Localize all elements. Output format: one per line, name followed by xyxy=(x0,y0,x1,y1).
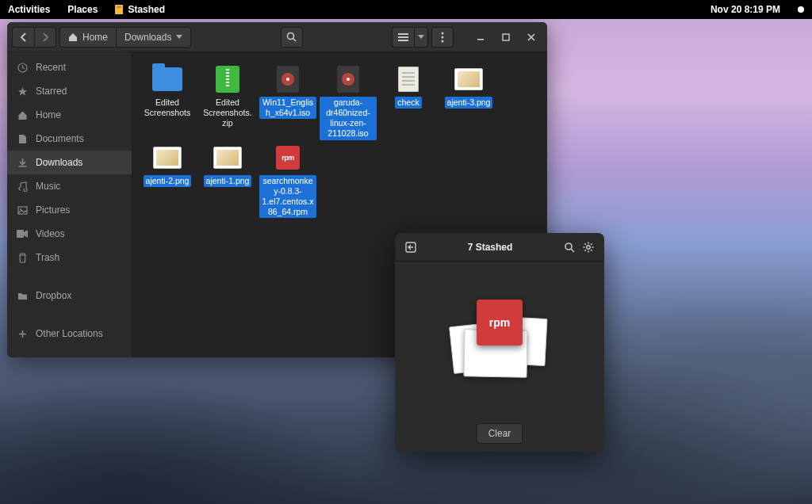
sidebar-item-pictures[interactable]: Pictures xyxy=(7,198,132,222)
stash-header: 7 Stashed xyxy=(395,233,604,262)
sidebar-item-label: Music xyxy=(36,181,60,192)
file-item[interactable]: Edited Screenshots.zip xyxy=(199,65,256,140)
clock[interactable]: Nov 20 8:19 PM xyxy=(710,4,780,15)
download-icon xyxy=(17,158,28,168)
file-name-label: garuda-dr460nized-linux-zen-211028.iso xyxy=(320,97,377,140)
svg-rect-9 xyxy=(503,34,509,40)
sidebar-item-downloads[interactable]: Downloads xyxy=(7,151,132,174)
svg-point-17 xyxy=(587,245,590,248)
file-item[interactable]: Edited Screenshots xyxy=(139,65,196,140)
sidebar-item-label: Trash xyxy=(36,252,59,263)
system-status-area[interactable] xyxy=(798,6,804,13)
files-header-bar: Home Downloads xyxy=(7,22,547,52)
trash-icon xyxy=(17,253,28,263)
sidebar-item-recent[interactable]: Recent xyxy=(7,55,132,79)
view-options-button[interactable] xyxy=(414,27,428,48)
eject-icon xyxy=(404,241,417,254)
music-icon xyxy=(17,181,28,192)
sidebar-item-label: Downloads xyxy=(36,157,82,168)
home-icon xyxy=(17,110,28,120)
minimize-button[interactable] xyxy=(469,27,492,48)
file-item[interactable]: check xyxy=(380,65,437,140)
file-name-label: Win11_English_x64v1.iso xyxy=(259,97,316,119)
stash-preview-rpm: rpm xyxy=(477,300,523,346)
sidebar-item-label: Dropbox xyxy=(36,290,71,301)
minimize-icon xyxy=(477,33,485,41)
rpm-label: rpm xyxy=(489,316,510,329)
file-item[interactable]: ajenti-2.png xyxy=(139,143,196,219)
file-item[interactable]: Win11_English_x64v1.iso xyxy=(259,65,316,140)
maximize-icon xyxy=(502,33,510,41)
close-icon xyxy=(527,33,535,41)
stash-preview-stack: rpm xyxy=(448,295,551,382)
file-item[interactable]: garuda-dr460nized-linux-zen-211028.iso xyxy=(320,65,377,140)
path-current[interactable]: Downloads xyxy=(116,27,191,48)
svg-rect-11 xyxy=(18,207,27,214)
sidebar-item-documents[interactable]: Documents xyxy=(7,127,132,151)
svg-line-1 xyxy=(293,39,297,42)
search-button[interactable] xyxy=(281,27,303,48)
stash-pop-button[interactable] xyxy=(401,238,420,257)
activities-button[interactable]: Activities xyxy=(8,4,50,15)
sidebar-item-trash[interactable]: Trash xyxy=(7,246,132,269)
star-icon xyxy=(17,86,28,97)
path-home[interactable]: Home xyxy=(59,27,116,48)
svg-rect-8 xyxy=(477,39,484,40)
iso-icon xyxy=(332,65,364,94)
sidebar-item-label: Other Locations xyxy=(36,328,103,339)
sidebar-item-label: Starred xyxy=(36,86,67,97)
svg-rect-3 xyxy=(398,36,408,38)
zip-icon xyxy=(212,65,243,94)
file-name-label: Edited Screenshots.zip xyxy=(199,97,256,129)
forward-button[interactable] xyxy=(34,27,56,48)
video-icon xyxy=(17,230,28,238)
kebab-icon xyxy=(441,32,444,43)
image-icon xyxy=(212,143,243,172)
file-name-label: searchmonkey-0.8.3-1.el7.centos.x86_64.r… xyxy=(259,175,316,219)
text-icon xyxy=(393,65,424,94)
sidebar-item-starred[interactable]: Starred xyxy=(7,79,132,103)
stash-window: 7 Stashed rpm Clear xyxy=(395,233,604,452)
svg-rect-2 xyxy=(398,33,408,35)
clock-icon xyxy=(17,63,28,73)
svg-point-5 xyxy=(442,32,444,34)
file-item[interactable]: rpmsearchmonkey-0.8.3-1.el7.centos.x86_6… xyxy=(259,143,316,219)
iso-icon xyxy=(272,65,304,94)
stash-title: 7 Stashed xyxy=(420,242,560,253)
files-icon-grid: Edited ScreenshotsEdited Screenshots.zip… xyxy=(139,65,541,218)
file-name-label: ajenti-2.png xyxy=(144,175,192,187)
chevron-down-icon xyxy=(176,35,182,39)
svg-point-6 xyxy=(442,36,444,38)
file-item[interactable]: ajenti-1.png xyxy=(199,143,256,219)
sidebar-item-home[interactable]: Home xyxy=(7,103,132,127)
view-mode-button[interactable] xyxy=(392,27,414,48)
stash-icon xyxy=(115,5,123,14)
plus-icon xyxy=(17,330,28,338)
file-name-label: check xyxy=(395,97,421,109)
stashed-indicator[interactable]: Stashed xyxy=(115,4,165,15)
search-icon xyxy=(286,32,297,42)
file-name-label: Edited Screenshots xyxy=(139,97,196,119)
back-button[interactable] xyxy=(12,27,34,48)
sidebar-item-dropbox[interactable]: Dropbox xyxy=(7,284,132,307)
files-sidebar: RecentStarredHomeDocumentsDownloadsMusic… xyxy=(7,52,132,357)
stash-settings-button[interactable] xyxy=(579,238,598,257)
svg-point-0 xyxy=(288,33,294,40)
stash-search-button[interactable] xyxy=(560,238,579,257)
svg-line-24 xyxy=(591,243,592,244)
clear-button[interactable]: Clear xyxy=(477,423,523,444)
image-icon xyxy=(151,143,183,172)
sidebar-item-label: Documents xyxy=(36,133,84,144)
stashed-label: Stashed xyxy=(128,4,165,15)
stash-body[interactable]: rpm xyxy=(395,262,604,415)
file-item[interactable]: ajenti-3.png xyxy=(440,65,497,140)
sidebar-item-other-locations[interactable]: Other Locations xyxy=(7,322,132,346)
close-button[interactable] xyxy=(520,27,542,48)
places-menu[interactable]: Places xyxy=(67,4,98,15)
sidebar-item-label: Videos xyxy=(36,228,64,239)
maximize-button[interactable] xyxy=(495,27,517,48)
hamburger-menu[interactable] xyxy=(431,27,454,48)
sidebar-item-music[interactable]: Music xyxy=(7,174,132,198)
sidebar-item-videos[interactable]: Videos xyxy=(7,222,132,246)
home-icon xyxy=(68,32,78,42)
